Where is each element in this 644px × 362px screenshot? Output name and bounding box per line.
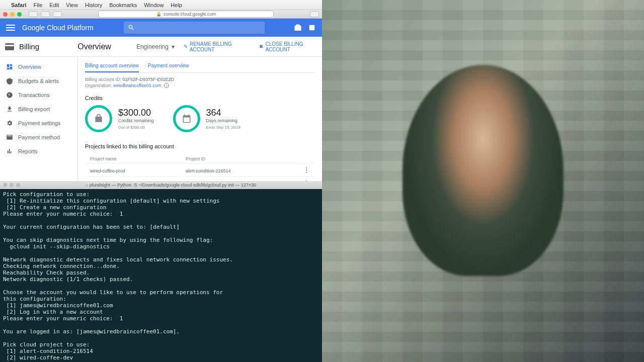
mac-menu-edit[interactable]: Edit <box>49 2 59 8</box>
address-bar[interactable]: 🔒 console.cloud.google.com <box>98 11 274 18</box>
terminal-output[interactable]: Pick configuration to use: [1] Re-initia… <box>0 189 322 362</box>
org-link[interactable]: wiredbraincoffee01.com <box>113 83 161 88</box>
project-selector-label: Engineering <box>136 43 169 50</box>
sidebar-item-budgets[interactable]: Budgets & alerts <box>0 74 77 88</box>
close-icon: ✖ <box>259 44 263 49</box>
minimize-window-icon[interactable] <box>10 12 15 17</box>
url-text: console.cloud.google.com <box>164 12 216 17</box>
project-selector[interactable]: Engineering ▾ <box>136 43 175 50</box>
mac-menubar: Safari File Edit View History Bookmarks … <box>0 0 322 10</box>
billing-icon <box>5 43 14 50</box>
close-label: CLOSE BILLING ACCOUNT <box>265 41 322 52</box>
search-icon <box>128 24 135 31</box>
org-label: Organization: <box>85 83 112 88</box>
tab-billing-overview[interactable]: Billing account overview <box>85 63 139 72</box>
credits-amount: $300.00 <box>118 108 154 118</box>
table-row: wired-coffee-prod alert-condition-216514… <box>86 165 314 177</box>
search-input[interactable] <box>124 22 265 34</box>
account-icon[interactable] <box>308 24 316 32</box>
pencil-icon: ✎ <box>184 44 188 49</box>
credits-remaining-label: Credits remaining <box>118 118 154 123</box>
budget-icon <box>6 77 13 84</box>
sidebar-toggle-button[interactable] <box>53 11 62 17</box>
tab-payment-overview[interactable]: Payment overview <box>148 63 189 72</box>
chart-icon <box>6 148 13 155</box>
sidebar-label: Overview <box>18 64 41 70</box>
days-label: Days remaining <box>206 118 240 123</box>
sidebar-label: Budgets & alerts <box>18 78 59 84</box>
maximize-window-icon[interactable] <box>17 12 22 17</box>
terminal-window: ⌂ pluralsight — Python -S ~/Downloads/go… <box>0 181 322 362</box>
reload-button[interactable] <box>310 11 319 17</box>
mac-menu-file[interactable]: File <box>34 2 43 8</box>
credits-heading: Credits <box>85 95 315 101</box>
days-amount: 364 <box>206 108 240 118</box>
sidebar: Overview Budgets & alerts Transactions B… <box>0 57 78 181</box>
sidebar-item-overview[interactable]: Overview <box>0 60 77 74</box>
term-max-icon[interactable] <box>16 183 20 187</box>
gear-icon <box>6 120 13 127</box>
rename-billing-button[interactable]: ✎ RENAME BILLING ACCOUNT <box>184 41 251 52</box>
terminal-title: ⌂ pluralsight — Python -S ~/Downloads/go… <box>23 183 319 188</box>
term-close-icon[interactable] <box>3 183 7 187</box>
sidebar-label: Payment settings <box>18 120 60 126</box>
sidebar-item-method[interactable]: Payment method <box>0 130 77 144</box>
project-id-cell: alert-condition-216514 <box>182 165 298 177</box>
forward-button[interactable] <box>41 11 50 17</box>
sidebar-item-transactions[interactable]: Transactions <box>0 88 77 102</box>
close-billing-button[interactable]: ✖ CLOSE BILLING ACCOUNT <box>259 41 322 52</box>
home-icon: ⌂ <box>86 183 88 188</box>
projects-heading: Projects linked to this billing account <box>85 143 315 149</box>
account-id-label: Billing account ID: <box>85 77 121 82</box>
sidebar-label: Billing export <box>18 106 50 112</box>
sidebar-item-settings[interactable]: Payment settings <box>0 116 77 130</box>
sidebar-label: Reports <box>18 148 38 154</box>
col-project-name: Project name <box>86 154 181 164</box>
project-name-cell: wired-coffee-prod <box>86 165 181 177</box>
mac-menu-bookmarks[interactable]: Bookmarks <box>109 2 137 8</box>
window-controls <box>3 12 22 17</box>
mac-menu-history[interactable]: History <box>85 2 102 8</box>
sidebar-item-reports[interactable]: Reports <box>0 144 77 158</box>
account-id-value: 01F52F-D9375F-E01E2D <box>123 77 175 82</box>
svg-rect-0 <box>309 25 315 31</box>
days-remaining-card: 364 Days remaining Ends Sep 15, 2019 <box>173 105 240 132</box>
export-icon <box>6 106 13 113</box>
billing-header: Billing Overview Engineering ▾ ✎ RENAME … <box>0 37 322 57</box>
gift-icon[interactable] <box>294 24 302 32</box>
credits-ring-icon <box>85 105 112 132</box>
decorative-photo <box>322 0 644 362</box>
term-min-icon[interactable] <box>10 183 14 187</box>
credits-outof: Out of $300.00 <box>118 125 154 130</box>
mac-menu-help[interactable]: Help <box>171 2 182 8</box>
close-window-icon[interactable] <box>3 12 8 17</box>
calendar-icon <box>182 114 192 124</box>
chevron-down-icon: ▾ <box>172 43 175 50</box>
credits-remaining-card: $300.00 Credits remaining Out of $300.00 <box>85 105 154 132</box>
days-ring-icon <box>173 105 200 132</box>
mac-menu-view[interactable]: View <box>66 2 78 8</box>
info-icon[interactable]: i <box>164 83 169 88</box>
gcp-top-bar: Google Cloud Platform <box>0 19 322 37</box>
col-project-id: Project ID <box>182 154 298 164</box>
mac-app-name[interactable]: Safari <box>11 2 27 8</box>
ends-label: Ends Sep 15, 2019 <box>206 125 240 130</box>
sidebar-item-export[interactable]: Billing export <box>0 102 77 116</box>
sidebar-label: Payment method <box>18 134 60 140</box>
bag-icon <box>94 114 104 124</box>
safari-toolbar: 🔒 console.cloud.google.com <box>0 10 322 19</box>
billing-label: Billing <box>19 42 39 51</box>
card-icon <box>6 134 13 141</box>
main-content: Billing account overview Payment overvie… <box>78 57 322 181</box>
rename-label: RENAME BILLING ACCOUNT <box>190 41 251 52</box>
mac-menu-window[interactable]: Window <box>144 2 164 8</box>
row-menu-icon[interactable]: ⋮ <box>303 166 310 174</box>
page-title: Overview <box>77 42 111 51</box>
dashboard-icon <box>6 63 13 70</box>
hamburger-menu-icon[interactable] <box>6 25 15 31</box>
sidebar-label: Transactions <box>18 92 50 98</box>
back-button[interactable] <box>29 11 38 17</box>
clock-icon <box>6 92 13 99</box>
gcp-title: Google Cloud Platform <box>22 24 94 32</box>
